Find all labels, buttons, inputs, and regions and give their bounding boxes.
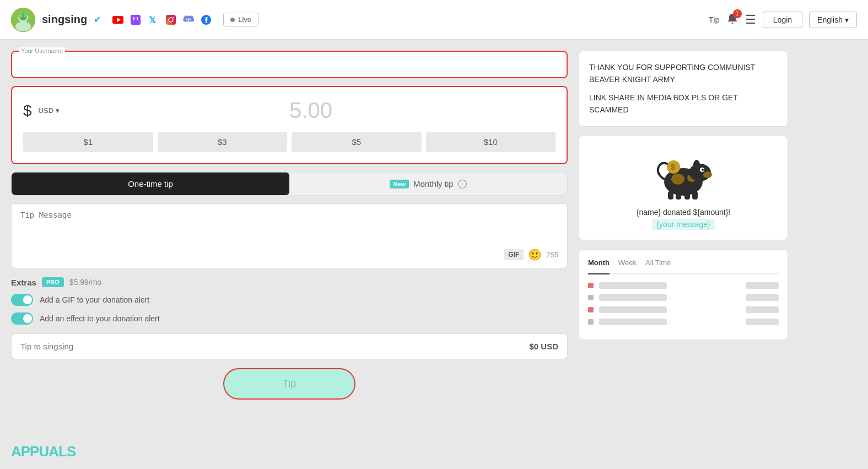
amount-btn-10[interactable]: $10 <box>426 132 556 152</box>
watermark-suffix: UALS <box>39 443 76 460</box>
leaderboard-row-4 <box>588 319 779 325</box>
toggle-gif-label: Add a GIF to your donation alert <box>40 295 149 304</box>
hamburger-icon[interactable]: ☰ <box>745 13 756 27</box>
tip-message-actions: GIF 🙂 255 <box>20 248 558 261</box>
svg-point-14 <box>173 17 174 18</box>
amount-btn-1[interactable]: $1 <box>23 132 153 152</box>
toggle-gif-knob <box>23 295 32 304</box>
svg-rect-8 <box>131 15 141 25</box>
amount-buttons: $1 $3 $5 $10 <box>23 132 556 152</box>
amount-placeholder: 5.00 <box>66 98 556 123</box>
leaderboard-box: Month Week All Time <box>579 249 788 340</box>
lb-tab-month[interactable]: Month <box>588 258 610 274</box>
lb-amount-1 <box>746 282 779 289</box>
currency-selector[interactable]: USD ▾ <box>39 106 60 115</box>
header-right: Tip 1 ☰ Login English ▾ <box>709 12 857 28</box>
amount-top: $ USD ▾ 5.00 <box>23 98 556 123</box>
watermark-prefix: A <box>11 443 21 460</box>
left-panel: Your Username $ USD ▾ 5.00 $1 $3 $5 $10 … <box>11 51 568 411</box>
tab-one-time[interactable]: One-time tip <box>12 172 289 195</box>
donation-msg-2: {your message} <box>652 219 714 230</box>
donation-msg-1: {name} donated ${amount}! <box>637 208 730 217</box>
extras-label: Extras <box>11 278 36 287</box>
header: singsing ✔ 𝕏 <box>0 0 868 40</box>
notification-icon[interactable]: 1 <box>726 13 738 27</box>
tab-monthly[interactable]: New Monthly tip i <box>289 172 567 195</box>
language-label: English <box>817 15 843 24</box>
toggle-effect[interactable] <box>11 312 33 325</box>
amount-btn-3[interactable]: $3 <box>158 132 288 152</box>
lb-name-3 <box>599 306 667 313</box>
twitch-icon[interactable] <box>130 14 142 26</box>
channel-name: singsing <box>42 13 87 26</box>
verified-icon: ✔ <box>94 14 101 25</box>
announcement-box: THANK YOU FOR SUPPORTING COMMUNIST BEAVE… <box>579 51 788 127</box>
tip-message-input[interactable] <box>20 211 558 244</box>
lb-amount-3 <box>746 306 779 313</box>
lb-rank-dot-2 <box>588 295 594 300</box>
tab-monthly-label: Monthly tip <box>413 179 454 188</box>
lb-tab-week[interactable]: Week <box>618 258 637 269</box>
svg-point-4 <box>19 13 23 18</box>
tip-message-section: GIF 🙂 255 <box>11 203 568 268</box>
svg-rect-17 <box>668 191 673 200</box>
svg-point-21 <box>671 174 684 185</box>
tip-to-label: Tip to singsing <box>20 342 73 351</box>
svg-text:$: $ <box>671 163 675 171</box>
language-button[interactable]: English ▾ <box>809 12 857 28</box>
svg-point-5 <box>24 13 27 18</box>
twitter-icon[interactable]: 𝕏 <box>147 14 159 26</box>
social-icons: 𝕏 <box>112 14 212 26</box>
extras-header: Extras PRO $5.99/mo <box>11 277 568 287</box>
live-button[interactable]: Live <box>223 13 258 26</box>
svg-rect-18 <box>676 191 681 200</box>
lb-amount-4 <box>746 319 779 325</box>
facebook-icon[interactable] <box>200 14 212 26</box>
svg-rect-20 <box>692 191 698 200</box>
tip-link[interactable]: Tip <box>709 15 720 24</box>
youtube-icon[interactable] <box>112 14 124 26</box>
amount-btn-5[interactable]: $5 <box>292 132 422 152</box>
lb-tab-alltime[interactable]: All Time <box>645 258 671 269</box>
svg-rect-12 <box>166 15 176 25</box>
currency-label: USD <box>39 106 53 115</box>
svg-point-27 <box>693 160 700 170</box>
header-left: singsing ✔ 𝕏 <box>11 8 709 32</box>
instagram-icon[interactable] <box>165 14 177 26</box>
extras-price: $5.99/mo <box>69 278 101 287</box>
leaderboard-row-1 <box>588 282 779 289</box>
discord-icon[interactable] <box>182 14 195 26</box>
notification-badge: 1 <box>733 9 742 18</box>
username-label: Your Username <box>19 47 65 54</box>
lb-name-2 <box>599 294 667 301</box>
live-dot <box>230 18 235 22</box>
donation-visual: $ {name} donated ${amount}! {your messag… <box>579 136 788 240</box>
leaderboard-row-2 <box>588 294 779 301</box>
gif-button[interactable]: GIF <box>504 249 524 260</box>
username-input[interactable] <box>21 57 558 72</box>
main-content: Your Username $ USD ▾ 5.00 $1 $3 $5 $10 … <box>0 40 868 422</box>
svg-text:𝕏: 𝕏 <box>149 15 156 25</box>
tip-button[interactable]: Tip <box>223 368 355 400</box>
lb-name-1 <box>599 282 667 289</box>
amount-section: $ USD ▾ 5.00 $1 $3 $5 $10 <box>11 86 568 164</box>
new-badge: New <box>390 180 409 188</box>
emoji-button[interactable]: 🙂 <box>528 248 542 261</box>
lb-amount-2 <box>746 294 779 301</box>
watermark: APPUALS <box>11 443 76 460</box>
tip-button-row: Tip <box>11 368 568 400</box>
tip-type-tabs: One-time tip New Monthly tip i <box>11 172 568 196</box>
announcement-line-1: THANK YOU FOR SUPPORTING COMMUNIST BEAVE… <box>589 61 778 86</box>
login-button[interactable]: Login <box>763 12 802 28</box>
lb-rank-dot-3 <box>588 307 594 312</box>
mascot-image: $ <box>645 146 722 201</box>
svg-point-2 <box>15 21 31 31</box>
toggle-effect-knob <box>23 314 32 323</box>
svg-rect-9 <box>133 17 134 20</box>
svg-point-24 <box>703 171 712 178</box>
toggle-gif[interactable] <box>11 294 33 306</box>
char-count: 255 <box>546 251 558 259</box>
live-label: Live <box>238 15 251 24</box>
info-icon[interactable]: i <box>458 180 467 188</box>
svg-point-26 <box>702 169 704 171</box>
